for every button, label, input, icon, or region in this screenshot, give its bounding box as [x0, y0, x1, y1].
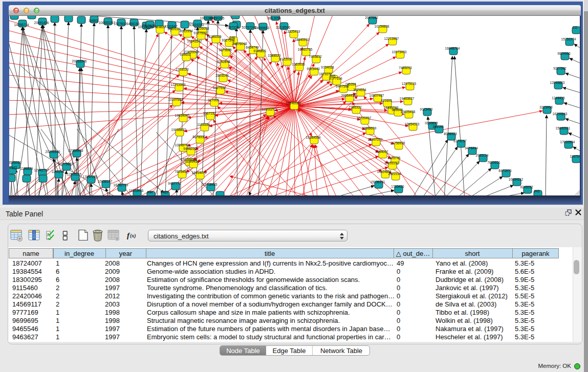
svg-text:106553267: 106553267: [99, 21, 116, 25]
svg-text:19654945: 19654945: [175, 114, 190, 117]
svg-text:9245052: 9245052: [520, 185, 533, 189]
svg-text:9146821: 9146821: [253, 49, 267, 53]
svg-text:8678332: 8678332: [192, 135, 206, 139]
svg-text:(x): (x): [130, 233, 136, 239]
svg-text:917006: 917006: [208, 98, 219, 102]
svg-text:12213303: 12213303: [171, 83, 186, 86]
svg-text:53419283: 53419283: [189, 23, 204, 27]
svg-text:9734028: 9734028: [321, 65, 334, 69]
svg-text:9115460: 9115460: [420, 107, 433, 111]
svg-text:944: 944: [147, 190, 153, 194]
svg-text:13325419: 13325419: [286, 30, 300, 33]
svg-text:9829966: 9829966: [557, 52, 571, 55]
svg-text:8186328: 8186328: [208, 35, 222, 38]
svg-text:10543342: 10543342: [187, 39, 202, 43]
svg-text:10654112: 10654112: [509, 178, 524, 181]
svg-text:17359934: 17359934: [69, 149, 83, 152]
svg-text:3267110: 3267110: [203, 112, 216, 115]
svg-text:9474444: 9474444: [465, 146, 478, 150]
svg-text:1135359: 1135359: [198, 123, 210, 126]
svg-text:7386322: 7386322: [349, 105, 362, 109]
svg-text:9777109: 9777109: [329, 77, 342, 80]
svg-text:9227342: 9227342: [553, 67, 567, 70]
svg-text:14055714: 14055714: [14, 23, 29, 27]
svg-text:15136141: 15136141: [371, 180, 385, 184]
svg-text:939612: 939612: [180, 53, 191, 56]
svg-text:1120746: 1120746: [388, 156, 401, 160]
svg-text:111: 111: [573, 26, 578, 29]
svg-text:19756928: 19756928: [390, 141, 405, 145]
svg-text:18907209: 18907209: [368, 138, 383, 141]
svg-text:18640910: 18640910: [295, 38, 310, 41]
svg-text:16151132: 16151132: [384, 161, 399, 165]
svg-text:8471676: 8471676: [498, 169, 512, 172]
svg-text:6179197: 6179197: [453, 139, 467, 143]
svg-text:12300272: 12300272: [262, 107, 277, 111]
svg-text:5535061: 5535061: [9, 161, 21, 164]
svg-text:16914479: 16914479: [192, 171, 207, 174]
svg-text:2935114: 2935114: [476, 154, 489, 157]
svg-text:19166822: 19166822: [171, 128, 186, 132]
svg-text:943: 943: [534, 189, 540, 193]
svg-text:8427552: 8427552: [213, 86, 226, 90]
svg-text:84969653: 84969653: [255, 26, 270, 30]
svg-text:23226058: 23226058: [194, 27, 209, 30]
svg-text:16782759: 16782759: [114, 183, 128, 187]
svg-text:17010504: 17010504: [560, 140, 575, 144]
svg-text:10958107: 10958107: [98, 180, 113, 183]
svg-text:10807487: 10807487: [369, 94, 384, 97]
svg-text:3215958: 3215958: [539, 105, 553, 109]
svg-text:10046746: 10046746: [175, 143, 190, 147]
svg-text:6497568: 6497568: [336, 84, 349, 88]
svg-text:9660124: 9660124: [167, 27, 181, 31]
svg-text:2522114: 2522114: [388, 172, 401, 176]
svg-text:20206536: 20206536: [46, 150, 60, 154]
svg-text:1527602: 1527602: [114, 22, 127, 26]
svg-text:2803144: 2803144: [215, 74, 229, 77]
svg-text:16210643: 16210643: [553, 112, 568, 116]
svg-text:8122037: 8122037: [279, 57, 293, 61]
svg-text:12213967: 12213967: [384, 37, 399, 40]
svg-text:19654323: 19654323: [405, 122, 420, 126]
svg-text:7357224: 7357224: [226, 26, 239, 29]
svg-text:7632621: 7632621: [487, 161, 500, 164]
svg-text:9084067: 9084067: [375, 150, 388, 154]
svg-text:10107552: 10107552: [168, 98, 183, 101]
svg-text:10025438: 10025438: [401, 110, 416, 114]
svg-text:10653: 10653: [89, 19, 98, 23]
svg-text:48350305: 48350305: [210, 16, 225, 20]
svg-text:7485003: 7485003: [399, 66, 412, 70]
svg-text:2087682: 2087682: [365, 16, 378, 19]
svg-text:11923446: 11923446: [129, 189, 144, 192]
svg-text:15718485: 15718485: [203, 183, 217, 186]
svg-text:1362615: 1362615: [292, 62, 305, 66]
svg-text:6099459: 6099459: [186, 160, 199, 163]
svg-text:17957225: 17957225: [83, 175, 98, 179]
svg-text:10154808: 10154808: [375, 25, 389, 28]
svg-text:1244415: 1244415: [552, 96, 565, 100]
svg-text:17240082: 17240082: [286, 101, 301, 105]
svg-text:15720407: 15720407: [357, 116, 372, 120]
svg-text:7663822: 7663822: [153, 25, 166, 29]
svg-text:1145194: 1145194: [52, 170, 64, 173]
svg-text:1733426: 1733426: [391, 185, 404, 188]
svg-text:116753: 116753: [570, 155, 580, 158]
svg-text:164195: 164195: [432, 125, 444, 128]
svg-text:0699695: 0699695: [425, 121, 438, 125]
svg-text:10973493: 10973493: [392, 50, 407, 54]
svg-text:8938923: 8938923: [444, 132, 457, 136]
svg-text:7625402: 7625402: [175, 170, 188, 173]
svg-text:7955812: 7955812: [309, 55, 322, 58]
svg-text:621605: 621605: [381, 99, 392, 102]
svg-text:3824554: 3824554: [353, 88, 366, 92]
svg-text:9457771: 9457771: [168, 182, 181, 185]
svg-text:9498222: 9498222: [183, 147, 197, 150]
svg-text:8813054: 8813054: [268, 16, 281, 20]
svg-text:19384554: 19384554: [306, 136, 321, 139]
svg-text:16961755: 16961755: [298, 48, 313, 51]
svg-text:12942757: 12942757: [34, 168, 49, 172]
svg-text:8912954: 8912954: [180, 29, 193, 33]
svg-text:2718120: 2718120: [176, 68, 189, 71]
svg-text:9903443: 9903443: [307, 67, 320, 71]
svg-text:9327508: 9327508: [222, 38, 235, 42]
